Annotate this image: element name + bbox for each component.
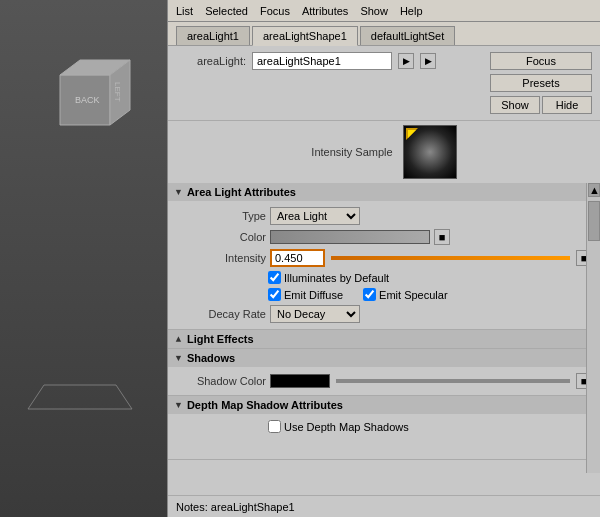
type-row: Type Area Light bbox=[168, 205, 600, 227]
scrollbar-thumb[interactable] bbox=[588, 201, 600, 241]
shadow-color-row: Shadow Color ■ bbox=[168, 371, 600, 391]
emit-diffuse-checkbox[interactable] bbox=[268, 288, 281, 301]
type-label: Type bbox=[176, 210, 266, 222]
light-effects-section: ► Light Effects bbox=[168, 330, 600, 349]
tab-defaultlightset[interactable]: defaultLightSet bbox=[360, 26, 455, 45]
depth-map-arrow-icon: ▼ bbox=[174, 400, 183, 410]
intensity-sample-label: Intensity Sample bbox=[311, 146, 392, 158]
use-depth-map-checkbox[interactable] bbox=[268, 420, 281, 433]
intensity-row: Intensity Sample bbox=[168, 121, 600, 183]
intensity-slider-track[interactable] bbox=[331, 256, 570, 260]
right-panel: List Selected Focus Attributes Show Help… bbox=[168, 0, 600, 517]
decay-rate-row: Decay Rate No Decay bbox=[168, 303, 600, 325]
tab-arealightshape1[interactable]: areaLightShape1 bbox=[252, 26, 358, 46]
depth-map-content: Use Depth Map Shadows bbox=[168, 414, 600, 459]
intensity-field[interactable] bbox=[270, 249, 325, 267]
shadow-color-label: Shadow Color bbox=[176, 375, 266, 387]
arealight-label: areaLight: bbox=[176, 55, 246, 67]
notes-bar: Notes: areaLightShape1 bbox=[168, 495, 600, 517]
arealight-icon-btn1[interactable]: ▶ bbox=[398, 53, 414, 69]
svg-marker-7 bbox=[408, 130, 416, 138]
menu-bar: List Selected Focus Attributes Show Help bbox=[168, 0, 600, 22]
presets-button[interactable]: Presets bbox=[490, 74, 592, 92]
notes-value: areaLightShape1 bbox=[211, 501, 295, 513]
arealight-icon-btn2[interactable]: ▶ bbox=[420, 53, 436, 69]
arealight-input[interactable] bbox=[252, 52, 392, 70]
light-effects-arrow-icon: ► bbox=[173, 335, 183, 344]
use-depth-map-label: Use Depth Map Shadows bbox=[284, 421, 409, 433]
svg-marker-5 bbox=[28, 385, 132, 409]
depth-map-checkboxes: Use Depth Map Shadows bbox=[168, 418, 600, 435]
area-light-section: ▼ Area Light Attributes Type Area Light … bbox=[168, 183, 600, 330]
area-light-arrow-icon: ▼ bbox=[174, 187, 183, 197]
emit-checkboxes: Emit Diffuse Emit Specular bbox=[168, 286, 600, 303]
color-row: Color ■ bbox=[168, 227, 600, 247]
shadows-section: ▼ Shadows Shadow Color ■ bbox=[168, 349, 600, 396]
color-label: Color bbox=[176, 231, 266, 243]
emit-diffuse-label: Emit Diffuse bbox=[284, 289, 343, 301]
depth-map-header[interactable]: ▼ Depth Map Shadow Attributes bbox=[168, 396, 600, 414]
depth-map-section: ▼ Depth Map Shadow Attributes Use Depth … bbox=[168, 396, 600, 460]
controls-area: areaLight: ▶ ▶ Focus Presets Show Hide bbox=[168, 46, 600, 121]
area-light-content: Type Area Light Color ■ Intensity ■ bbox=[168, 201, 600, 329]
color-icon-btn[interactable]: ■ bbox=[434, 229, 450, 245]
shadows-content: Shadow Color ■ bbox=[168, 367, 600, 395]
scrollbar-up-btn[interactable]: ▲ bbox=[588, 183, 600, 197]
decay-rate-dropdown[interactable]: No Decay bbox=[270, 305, 360, 323]
menu-attributes[interactable]: Attributes bbox=[302, 5, 348, 17]
tab-arealight1[interactable]: areaLight1 bbox=[176, 26, 250, 45]
field-group: areaLight: ▶ ▶ bbox=[176, 52, 482, 70]
viewport-panel: BACK LEFT bbox=[0, 0, 168, 517]
menu-focus[interactable]: Focus bbox=[260, 5, 290, 17]
area-light-section-header[interactable]: ▼ Area Light Attributes bbox=[168, 183, 600, 201]
focus-button[interactable]: Focus bbox=[490, 52, 592, 70]
emit-diffuse-item: Emit Diffuse bbox=[268, 288, 343, 301]
shadows-header[interactable]: ▼ Shadows bbox=[168, 349, 600, 367]
light-effects-header[interactable]: ► Light Effects bbox=[168, 330, 600, 348]
intensity-attr-label: Intensity bbox=[176, 252, 266, 264]
intensity-attr-row: Intensity ■ bbox=[168, 247, 600, 269]
light-effects-title: Light Effects bbox=[187, 333, 254, 345]
shadows-title: Shadows bbox=[187, 352, 235, 364]
emit-specular-item: Emit Specular bbox=[363, 288, 447, 301]
notes-label: Notes: bbox=[176, 501, 208, 513]
menu-help[interactable]: Help bbox=[400, 5, 423, 17]
intensity-sample-swatch bbox=[403, 125, 457, 179]
illuminates-checkbox[interactable] bbox=[268, 271, 281, 284]
illuminates-checkbox-item: Illuminates by Default bbox=[268, 271, 389, 284]
emit-specular-label: Emit Specular bbox=[379, 289, 447, 301]
svg-text:LEFT: LEFT bbox=[113, 82, 122, 102]
checkbox-group: Illuminates by Default bbox=[168, 269, 600, 286]
viewport-background: BACK LEFT bbox=[0, 0, 167, 517]
svg-text:BACK: BACK bbox=[75, 95, 100, 105]
hide-button[interactable]: Hide bbox=[542, 96, 592, 114]
menu-show[interactable]: Show bbox=[360, 5, 388, 17]
area-light-section-title: Area Light Attributes bbox=[187, 186, 296, 198]
attrs-panel[interactable]: ▼ Area Light Attributes Type Area Light … bbox=[168, 183, 600, 495]
tabs-bar: areaLight1 areaLightShape1 defaultLightS… bbox=[168, 22, 600, 46]
depth-map-title: Depth Map Shadow Attributes bbox=[187, 399, 343, 411]
menu-selected[interactable]: Selected bbox=[205, 5, 248, 17]
menu-list[interactable]: List bbox=[176, 5, 193, 17]
type-dropdown[interactable]: Area Light bbox=[270, 207, 360, 225]
show-button[interactable]: Show bbox=[490, 96, 540, 114]
depth-map-extra-space bbox=[168, 435, 600, 455]
emit-specular-checkbox[interactable] bbox=[363, 288, 376, 301]
use-depth-map-item: Use Depth Map Shadows bbox=[268, 420, 409, 433]
shadows-arrow-icon: ▼ bbox=[174, 353, 183, 363]
arealight-row: areaLight: ▶ ▶ bbox=[176, 52, 482, 70]
color-swatch[interactable] bbox=[270, 230, 430, 244]
illuminates-label: Illuminates by Default bbox=[284, 272, 389, 284]
shadow-color-swatch[interactable] bbox=[270, 374, 330, 388]
scrollbar[interactable]: ▲ bbox=[586, 183, 600, 473]
shadow-slider-track[interactable] bbox=[336, 379, 570, 383]
cube-container: BACK LEFT bbox=[30, 55, 140, 165]
decay-rate-label: Decay Rate bbox=[176, 308, 266, 320]
side-buttons: Focus Presets Show Hide bbox=[490, 52, 592, 114]
intensity-corner-icon bbox=[406, 128, 420, 142]
